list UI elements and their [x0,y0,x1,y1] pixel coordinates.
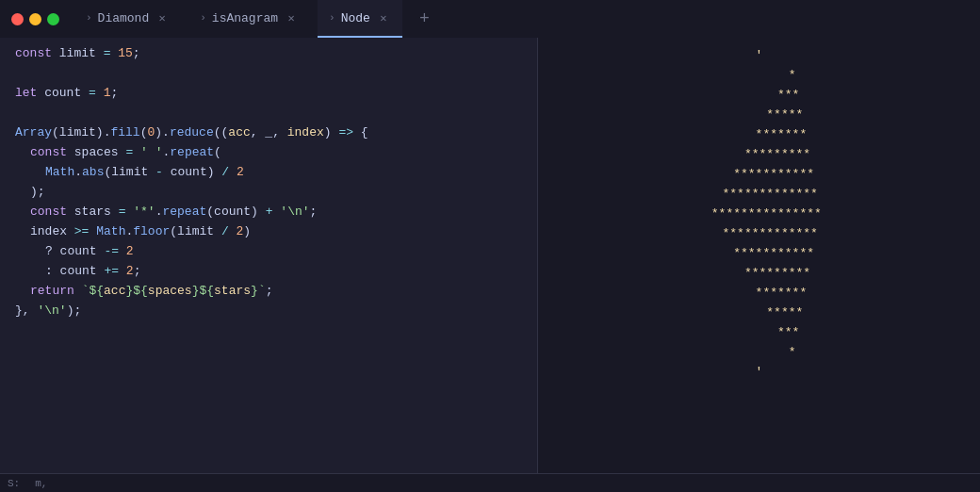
titlebar: › Diamond ✕ › isAnagram ✕ › Node ✕ + [0,0,980,38]
tab-node[interactable]: › Node ✕ [318,0,402,38]
chevron-icon: › [86,12,92,24]
tab-node-label: Node [341,11,370,25]
output-line-2: *** [719,85,800,105]
output-line-15: * [722,342,795,362]
chevron-icon: › [200,12,206,24]
output-line-10: *********** [704,243,814,263]
output-line-4: ******* [711,124,807,144]
code-line-8: index >= Math.floor(limit / 2) [0,223,537,243]
code-line-9: ? count -= 2 [0,243,537,263]
status-mode: m, [35,478,47,489]
main-area: const limit = 15; let count = 1; Array(l… [0,38,980,492]
code-line-3: Array(limit).fill(0).reduce((acc, _, ind… [0,124,537,144]
code-line-11: return `${acc}${spaces}${stars}`; [0,283,537,303]
tab-diamond-close[interactable]: ✕ [155,10,170,25]
output-line-9: ************* [700,223,818,243]
tab-diamond[interactable]: › Diamond ✕ [74,0,181,38]
tab-diamond-label: Diamond [98,11,150,25]
output-line-1: * [722,65,795,85]
tab-node-close[interactable]: ✕ [376,10,391,25]
output-line-6: *********** [704,164,814,184]
add-tab-button[interactable]: + [410,9,439,28]
output-line-13: ***** [715,303,804,322]
code-line-blank-2 [0,105,537,124]
code-line-4: const spaces = ' '.repeat( [0,144,537,164]
minimize-button[interactable] [29,13,41,25]
code-line-1: const limit = 15; [0,45,537,65]
tab-isanagram-label: isAnagram [212,11,278,25]
output-panel: ' * *** ***** ******* ********* ********… [537,38,980,492]
status-bar: S: m, [0,473,980,492]
status-left: S: [8,478,20,489]
maximize-button[interactable] [47,13,59,25]
output-line-12: ******* [711,283,807,303]
output-line-7: ************* [700,184,818,204]
code-line-6: ); [0,184,537,204]
code-line-2: let count = 1; [0,85,537,105]
output-line-16: ' [756,362,763,382]
code-line-blank-1 [0,65,537,85]
traffic-lights [11,13,59,25]
code-line-12: }, '\n'); [0,303,537,322]
output-line-0: ' [756,45,763,65]
output-line-14: *** [719,322,800,342]
tab-isanagram-close[interactable]: ✕ [284,10,299,25]
code-line-7: const stars = '*'.repeat(count) + '\n'; [0,204,537,223]
output-line-5: ********* [708,144,810,164]
code-line-10: : count += 2; [0,263,537,283]
code-editor[interactable]: const limit = 15; let count = 1; Array(l… [0,38,537,492]
chevron-icon: › [329,12,335,24]
output-line-3: ***** [715,105,804,124]
close-button[interactable] [11,13,24,25]
output-line-8: *************** [696,204,822,223]
tab-isanagram[interactable]: › isAnagram ✕ [188,0,310,38]
output-line-11: ********* [708,263,810,283]
code-line-5: Math.abs(limit - count) / 2 [0,164,537,184]
